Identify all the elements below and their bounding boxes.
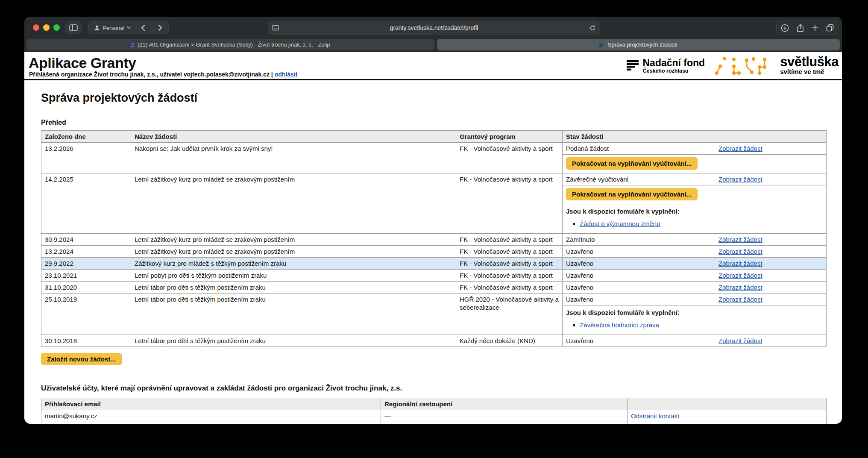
request-name: Letní pobyt pro děti s těžkým postižením… <box>131 270 456 281</box>
logout-link[interactable]: odhlásit <box>275 71 298 78</box>
czech-radio-bars-icon <box>627 60 639 71</box>
user-email: martin@sukany.cz <box>41 410 381 422</box>
request-status: Uzavřeno <box>563 270 714 281</box>
form-link[interactable]: Žádost o významnou změnu <box>580 220 660 227</box>
status-line: UzavřenoZobrazit žádost <box>563 246 826 257</box>
request-program: FK - Volnočasové aktivity a sport <box>456 246 563 257</box>
toolbar-right-group <box>776 21 839 35</box>
partner-logos: Nadační fond Českého rozhlasu <box>627 52 839 79</box>
request-row: 23.10.2021Letní pobyt pro děti s těžkým … <box>41 270 826 282</box>
request-status-cell: UzavřenoZobrazit žádost <box>563 282 826 293</box>
zoom-window-button[interactable] <box>53 24 60 31</box>
person-icon <box>94 25 100 31</box>
new-tab-button[interactable] <box>812 24 818 31</box>
request-program: FK - Volnočasové aktivity a sport <box>456 173 563 233</box>
main-content: Správa projektových žádostí Přehled Zalo… <box>24 91 842 424</box>
column-header: Název žádosti <box>131 131 456 142</box>
back-button[interactable] <box>135 21 152 34</box>
request-status: Uzavřeno <box>563 335 714 346</box>
status-line: Podaná žádostZobrazit žádost <box>563 143 826 155</box>
request-row: 13.2.2026Nakopni se: Jak udělat prvník k… <box>41 143 826 173</box>
request-date: 23.10.2021 <box>41 270 131 281</box>
view-request-link[interactable]: Zobrazit žádost <box>718 248 762 255</box>
request-status: Uzavřeno <box>563 294 714 305</box>
view-request-cell: Zobrazit žádost <box>714 335 826 346</box>
request-status-cell: Podaná žádostZobrazit žádostPokračovat n… <box>563 143 826 173</box>
request-row: 30.9.2024Letní zážitkový kurz pro mládež… <box>41 234 826 246</box>
user-row: petra.benedikova@zivotjinak.cz—Odstranit… <box>41 422 826 424</box>
request-row: 25.10.2019Letní tábor pro děti s těžkým … <box>41 294 826 335</box>
tab-label: Správa projektových žádostí <box>608 41 677 48</box>
tab-label: (21) #01 Organizacni > Grant Svetluska (… <box>138 41 330 48</box>
user-row: martin@sukany.cz—Odstranit kontakt <box>41 410 826 422</box>
view-request-link[interactable]: Zobrazit žádost <box>718 260 762 267</box>
nadacni-fond-logo: Nadační fond Českého rozhlasu <box>627 58 705 74</box>
request-status: Uzavřeno <box>563 258 714 269</box>
continue-settlement-button[interactable]: Pokračovat na vyplňování vyúčtování... <box>566 188 698 200</box>
remove-contact-link[interactable]: Odstranit kontakt <box>631 412 679 420</box>
back-icon <box>142 25 144 30</box>
close-window-button[interactable] <box>33 24 39 31</box>
view-request-link[interactable]: Zobrazit žádost <box>718 176 762 183</box>
status-line: UzavřenoZobrazit žádost <box>563 282 826 293</box>
profile-menu-button[interactable]: Personal <box>88 21 136 34</box>
request-status-cell: UzavřenoZobrazit žádost <box>563 258 826 269</box>
sidebar-toggle-button[interactable] <box>65 21 82 34</box>
login-text: Přihlášená organizace Život trochu jinak… <box>29 71 273 78</box>
share-button[interactable] <box>797 24 804 32</box>
view-request-cell: Zobrazit žádost <box>714 258 826 269</box>
column-header: Grantový program <box>456 131 563 142</box>
downloads-button[interactable] <box>781 24 789 32</box>
new-request-button[interactable]: Založit novou žádost... <box>41 353 122 365</box>
view-request-link[interactable]: Zobrazit žádost <box>718 236 762 243</box>
status-line: UzavřenoZobrazit žádost <box>563 270 826 281</box>
minimize-window-button[interactable] <box>43 24 50 31</box>
status-line: UzavřenoZobrazit žádost <box>563 294 826 305</box>
view-request-cell: Zobrazit žádost <box>714 270 826 281</box>
view-request-link[interactable]: Zobrazit žádost <box>718 296 762 303</box>
request-program: FK - Volnočasové aktivity a sport <box>456 234 563 245</box>
user-action-cell: Odstranit kontakt <box>628 422 826 424</box>
profile-label: Personal <box>103 25 124 31</box>
view-request-cell: Zobrazit žádost <box>714 294 826 305</box>
ceskeho-rozhlasu-text: Českého rozhlasu <box>643 68 705 74</box>
svetluska-logo: světluška svítíme ve tmě <box>780 56 839 75</box>
request-status-cell: ZamítnutoZobrazit žádost <box>563 234 826 245</box>
request-program: FK - Volnočasové aktivity a sport <box>456 258 563 269</box>
request-name: Letní zážitkový kurz pro mládež se zrako… <box>131 173 456 233</box>
share-icon <box>797 24 804 32</box>
status-line: Závěrečné vyúčtováníZobrazit žádost <box>563 173 826 185</box>
request-row: 31.10.2020Letní tábor pro děti s těžkým … <box>41 282 826 294</box>
login-info: Přihlášená organizace Život trochu jinak… <box>29 71 297 78</box>
form-link[interactable]: Závěrečná hodnotící zpráva <box>580 321 659 329</box>
available-forms-area: Jsou k dispozici fomuláře k vyplnění:Záv… <box>563 305 826 335</box>
requests-table-header: Založeno dneNázev žádostiGrantový progra… <box>41 131 826 143</box>
window-controls <box>33 24 60 31</box>
sidebar-icon <box>69 24 78 31</box>
address-bar[interactable]: granty.svetluska.net/zadatel/profil <box>268 21 600 35</box>
tab-sprava-zadosti[interactable]: Správa projektových žádostí <box>437 39 840 50</box>
page-title: Správa projektových žádostí <box>41 91 826 105</box>
view-request-link[interactable]: Zobrazit žádost <box>718 337 762 344</box>
view-request-link[interactable]: Zobrazit žádost <box>718 145 762 152</box>
request-status: Zamítnuto <box>563 234 714 245</box>
request-date: 30.9.2024 <box>41 234 131 245</box>
view-request-cell: Zobrazit žádost <box>714 282 826 293</box>
view-request-link[interactable]: Zobrazit žádost <box>718 284 762 291</box>
request-name: Letní zážitkový kurz pro mládež se zrako… <box>131 246 456 257</box>
forms-label: Jsou k dispozici fomuláře k vyplnění: <box>566 208 823 215</box>
request-status: Uzavřeno <box>563 246 714 257</box>
status-line: UzavřenoZobrazit žádost <box>563 258 826 269</box>
forward-button[interactable] <box>152 21 169 34</box>
continue-settlement-button[interactable]: Pokračovat na vyplňování vyúčtování... <box>566 157 698 170</box>
request-program: FK - Volnočasové aktivity a sport <box>456 143 563 173</box>
view-request-link[interactable]: Zobrazit žádost <box>718 272 762 279</box>
user-action-cell: Odstranit kontakt <box>628 410 826 422</box>
column-header: Založeno dne <box>41 131 131 142</box>
forms-label: Jsou k dispozici fomuláře k vyplnění: <box>566 309 823 316</box>
request-date: 13.2.2026 <box>41 143 131 173</box>
available-forms-area: Jsou k dispozici fomuláře k vyplnění:Žád… <box>563 204 826 233</box>
tab-overview-button[interactable] <box>826 24 834 32</box>
tab-zulip[interactable]: Z (21) #01 Organizacni > Grant Svetluska… <box>26 39 434 50</box>
users-heading: Uživatelské účty, které mají oprávnění u… <box>41 384 826 393</box>
